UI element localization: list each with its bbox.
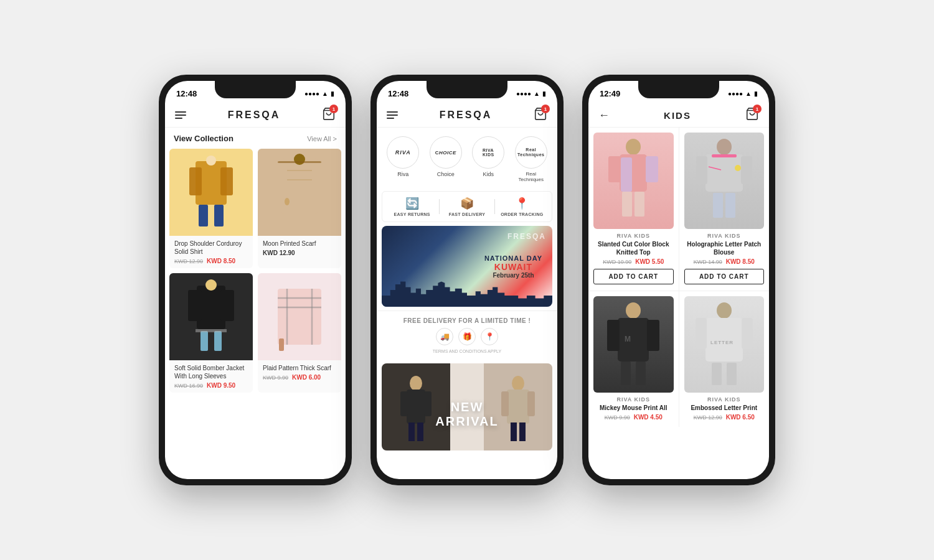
svg-point-40 [626, 139, 641, 155]
riva-logo: RIVA [395, 149, 411, 156]
product-image-1-2 [258, 149, 341, 236]
signal-icon-1: ●●●● [304, 90, 319, 97]
notch-3 [638, 81, 719, 98]
cart-button-2[interactable]: 1 [534, 107, 547, 123]
price-original-1-4: KWD 9.90 [263, 375, 288, 381]
price-original-1-3: KWD 16.90 [174, 383, 203, 389]
product-info-1-4: Plaid Pattern Thick Scarf KWD 9.90 KWD 6… [258, 360, 341, 385]
kids-product-card-1[interactable]: RIVA KIDS Slanted Cut Color Block Knitte… [588, 128, 679, 291]
product-card-1-2[interactable]: Moon Printed Scarf KWD 12.90 [258, 149, 341, 268]
product-prices-1-3: KWD 16.90 KWD 9.50 [174, 382, 248, 389]
svg-rect-49 [696, 156, 707, 184]
add-to-cart-1[interactable]: ADD TO CART [593, 269, 674, 284]
national-day-title: NATIONAL DAY [484, 254, 542, 262]
choice-logo: CHOICE [435, 150, 456, 156]
svg-rect-19 [196, 329, 227, 332]
svg-rect-29 [400, 391, 408, 416]
phone-2: 12:48 ●●●● ▲ ▮ FRESQA [370, 75, 564, 485]
kids-product-grid: RIVA KIDS Slanted Cut Color Block Knitte… [588, 128, 769, 427]
cart-badge-1: 1 [329, 105, 338, 113]
battery-icon-1: ▮ [331, 90, 334, 97]
brand-circle-riva: RIVA [387, 136, 419, 169]
brand-riva[interactable]: RIVA Riva [387, 136, 419, 182]
svg-rect-65 [696, 318, 707, 349]
kids-product-card-3[interactable]: M RIVA KIDS Mickey Mouse Print All KWD 9… [588, 291, 679, 427]
returns-icon: 🔄 [405, 197, 419, 210]
kids-price-sale-3: KWD 4.50 [634, 414, 663, 421]
svg-rect-35 [501, 391, 509, 416]
bottom-bar-3 [588, 476, 769, 479]
product-card-1-4[interactable]: Plaid Pattern Thick Scarf KWD 9.90 KWD 6… [258, 273, 341, 393]
price-original-1-1: KWD 12.90 [174, 258, 203, 264]
svg-point-27 [410, 376, 422, 391]
price-regular-1-2: KWD 12.90 [263, 250, 295, 256]
cart-button-1[interactable]: 1 [322, 107, 336, 123]
menu-button-1[interactable] [175, 111, 186, 119]
svg-rect-50 [741, 156, 752, 184]
menu-button-2[interactable] [387, 111, 398, 119]
status-time-1: 12:48 [176, 89, 197, 98]
svg-rect-45 [622, 192, 632, 217]
svg-rect-44 [646, 156, 658, 182]
delivery-icon-3: 📍 [481, 328, 498, 345]
brand-choice[interactable]: CHOICE Choice [430, 136, 462, 182]
bottom-bar-1 [165, 476, 346, 479]
svg-rect-38 [519, 422, 526, 441]
kids-prices-2: KWD 14.90 KWD 8.50 [684, 258, 765, 265]
phone-1: 12:48 ●●●● ▲ ▮ FRESQA [159, 75, 352, 485]
svg-rect-6 [214, 205, 224, 226]
brand-kids[interactable]: RIVAKIDS Kids [472, 136, 504, 182]
kids-product-card-2[interactable]: RIVA KIDS Holographic Letter Patch Blous… [679, 128, 770, 291]
cart-button-3[interactable]: 1 [745, 107, 759, 123]
kids-brand-label-4: RIVA KIDS [684, 396, 765, 403]
kids-prices-1: KWD 10.90 KWD 5.50 [593, 258, 674, 265]
kids-price-sale-4: KWD 6.50 [726, 414, 755, 421]
bottom-bar-2 [377, 476, 557, 479]
signal-icon-2: ●●●● [516, 90, 531, 97]
phone2-content: RIVA Riva CHOICE Choice RIVAKIDS [377, 128, 557, 476]
kids-product-image-2 [684, 133, 765, 229]
svg-rect-46 [634, 192, 644, 217]
svg-rect-42 [621, 157, 632, 192]
svg-point-8 [294, 154, 305, 165]
svg-rect-31 [408, 422, 415, 441]
product-name-1-3: Soft Solid Bomber Jacket With Long Sleev… [174, 364, 248, 380]
product-card-1-3[interactable]: Soft Solid Bomber Jacket With Long Sleev… [169, 273, 253, 393]
svg-point-16 [205, 279, 217, 291]
national-day-kuwait: KUWAIT [484, 262, 542, 272]
kids-product-image-4: LETTER [684, 296, 765, 393]
kids-price-sale-2: KWD 8.50 [726, 258, 755, 265]
kids-product-name-4: Embossed Letter Print [684, 404, 765, 412]
kids-price-sale-1: KWD 5.50 [635, 258, 664, 265]
price-sale-1-1: KWD 8.50 [207, 258, 235, 264]
brand-circle-realtech: RealTechniques [515, 136, 547, 169]
svg-point-4 [206, 156, 216, 166]
svg-point-47 [717, 139, 732, 155]
svg-rect-60 [621, 362, 631, 385]
section-title-1: View Collection [174, 134, 234, 143]
rivakids-logo: RIVAKIDS [483, 148, 494, 157]
phone3-content: RIVA KIDS Slanted Cut Color Block Knitte… [588, 128, 769, 476]
svg-rect-61 [636, 362, 646, 385]
new-arrival-label: NEW ARRIVAL [435, 400, 498, 428]
phone-3: 12:49 ●●●● ▲ ▮ ← KIDS 1 [582, 75, 775, 485]
back-button-3[interactable]: ← [598, 109, 610, 122]
kids-product-card-4[interactable]: LETTER RIVA KIDS Embossed Letter Print K… [679, 291, 770, 427]
add-to-cart-2[interactable]: ADD TO CART [684, 269, 765, 284]
svg-rect-20 [278, 289, 321, 345]
signal-icon-3: ●●●● [728, 90, 743, 97]
national-day-text: NATIONAL DAY KUWAIT February 25th [484, 254, 542, 279]
feature-tracking: 📍 ORDER TRACKING [495, 197, 549, 217]
kids-brand-label-2: RIVA KIDS [684, 233, 765, 239]
brand-watermark: FRESQA [507, 232, 546, 241]
feature-delivery: 📦 FAST DELIVERY [440, 197, 494, 217]
kids-prices-3: KWD 9.90 KWD 4.50 [593, 414, 674, 421]
product-image-1-3 [169, 273, 253, 360]
view-all-link-1[interactable]: View All > [307, 135, 337, 142]
kids-brand-label-3: RIVA KIDS [593, 396, 674, 403]
svg-rect-15 [220, 290, 234, 321]
svg-rect-25 [279, 338, 284, 351]
brand-realtech[interactable]: RealTechniques RealTechniques [515, 136, 547, 182]
product-card-1-1[interactable]: Drop Shoulder Corduroy Solid Shirt KWD 1… [169, 149, 253, 268]
price-sale-1-4: KWD 6.00 [292, 374, 321, 381]
